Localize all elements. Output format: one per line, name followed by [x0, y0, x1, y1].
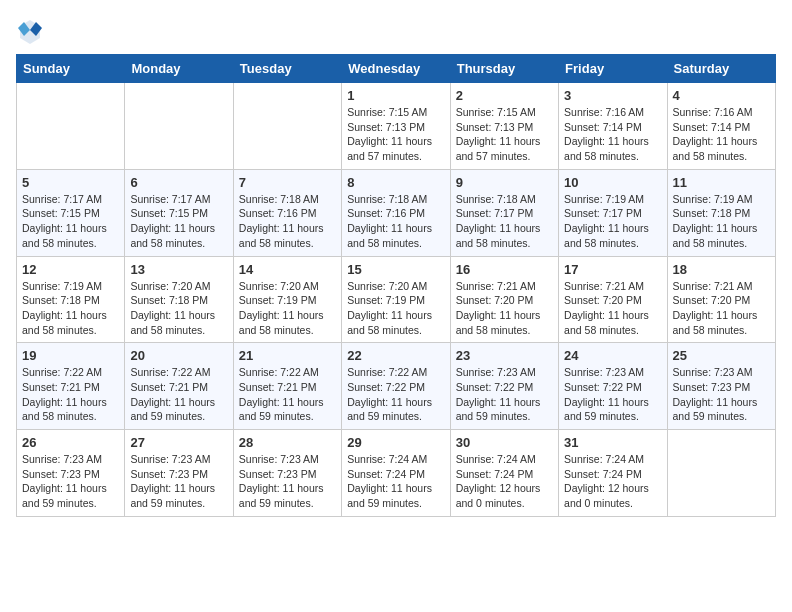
calendar-week-4: 19Sunrise: 7:22 AM Sunset: 7:21 PM Dayli… [17, 343, 776, 430]
day-number: 6 [130, 175, 227, 190]
calendar-week-2: 5Sunrise: 7:17 AM Sunset: 7:15 PM Daylig… [17, 169, 776, 256]
day-number: 1 [347, 88, 444, 103]
calendar-cell: 16Sunrise: 7:21 AM Sunset: 7:20 PM Dayli… [450, 256, 558, 343]
weekday-header-wednesday: Wednesday [342, 55, 450, 83]
day-info: Sunrise: 7:22 AM Sunset: 7:22 PM Dayligh… [347, 365, 444, 424]
day-number: 11 [673, 175, 770, 190]
day-number: 19 [22, 348, 119, 363]
day-number: 3 [564, 88, 661, 103]
day-number: 28 [239, 435, 336, 450]
calendar-cell: 11Sunrise: 7:19 AM Sunset: 7:18 PM Dayli… [667, 169, 775, 256]
day-number: 12 [22, 262, 119, 277]
logo [16, 16, 48, 44]
calendar-cell: 21Sunrise: 7:22 AM Sunset: 7:21 PM Dayli… [233, 343, 341, 430]
day-info: Sunrise: 7:19 AM Sunset: 7:18 PM Dayligh… [673, 192, 770, 251]
day-number: 15 [347, 262, 444, 277]
day-number: 5 [22, 175, 119, 190]
day-number: 21 [239, 348, 336, 363]
day-number: 14 [239, 262, 336, 277]
day-number: 13 [130, 262, 227, 277]
calendar-header-row: SundayMondayTuesdayWednesdayThursdayFrid… [17, 55, 776, 83]
day-number: 25 [673, 348, 770, 363]
calendar-cell [17, 83, 125, 170]
calendar-cell: 20Sunrise: 7:22 AM Sunset: 7:21 PM Dayli… [125, 343, 233, 430]
day-info: Sunrise: 7:18 AM Sunset: 7:17 PM Dayligh… [456, 192, 553, 251]
day-info: Sunrise: 7:19 AM Sunset: 7:18 PM Dayligh… [22, 279, 119, 338]
calendar-cell: 26Sunrise: 7:23 AM Sunset: 7:23 PM Dayli… [17, 430, 125, 517]
calendar-cell: 10Sunrise: 7:19 AM Sunset: 7:17 PM Dayli… [559, 169, 667, 256]
calendar-cell: 8Sunrise: 7:18 AM Sunset: 7:16 PM Daylig… [342, 169, 450, 256]
day-info: Sunrise: 7:24 AM Sunset: 7:24 PM Dayligh… [564, 452, 661, 511]
calendar-cell: 1Sunrise: 7:15 AM Sunset: 7:13 PM Daylig… [342, 83, 450, 170]
page-header [16, 16, 776, 44]
calendar-cell: 6Sunrise: 7:17 AM Sunset: 7:15 PM Daylig… [125, 169, 233, 256]
day-info: Sunrise: 7:20 AM Sunset: 7:19 PM Dayligh… [239, 279, 336, 338]
weekday-header-sunday: Sunday [17, 55, 125, 83]
day-number: 20 [130, 348, 227, 363]
day-number: 26 [22, 435, 119, 450]
day-info: Sunrise: 7:16 AM Sunset: 7:14 PM Dayligh… [564, 105, 661, 164]
calendar-week-3: 12Sunrise: 7:19 AM Sunset: 7:18 PM Dayli… [17, 256, 776, 343]
calendar-cell: 4Sunrise: 7:16 AM Sunset: 7:14 PM Daylig… [667, 83, 775, 170]
calendar-cell: 28Sunrise: 7:23 AM Sunset: 7:23 PM Dayli… [233, 430, 341, 517]
day-info: Sunrise: 7:15 AM Sunset: 7:13 PM Dayligh… [347, 105, 444, 164]
calendar-cell: 30Sunrise: 7:24 AM Sunset: 7:24 PM Dayli… [450, 430, 558, 517]
day-number: 7 [239, 175, 336, 190]
calendar-cell: 14Sunrise: 7:20 AM Sunset: 7:19 PM Dayli… [233, 256, 341, 343]
day-info: Sunrise: 7:23 AM Sunset: 7:23 PM Dayligh… [673, 365, 770, 424]
day-number: 2 [456, 88, 553, 103]
day-info: Sunrise: 7:21 AM Sunset: 7:20 PM Dayligh… [456, 279, 553, 338]
day-info: Sunrise: 7:20 AM Sunset: 7:19 PM Dayligh… [347, 279, 444, 338]
calendar-cell: 12Sunrise: 7:19 AM Sunset: 7:18 PM Dayli… [17, 256, 125, 343]
day-number: 27 [130, 435, 227, 450]
calendar-cell [667, 430, 775, 517]
day-number: 9 [456, 175, 553, 190]
day-number: 22 [347, 348, 444, 363]
calendar-cell: 3Sunrise: 7:16 AM Sunset: 7:14 PM Daylig… [559, 83, 667, 170]
day-number: 16 [456, 262, 553, 277]
day-info: Sunrise: 7:22 AM Sunset: 7:21 PM Dayligh… [239, 365, 336, 424]
calendar-cell: 25Sunrise: 7:23 AM Sunset: 7:23 PM Dayli… [667, 343, 775, 430]
day-info: Sunrise: 7:23 AM Sunset: 7:22 PM Dayligh… [564, 365, 661, 424]
day-number: 18 [673, 262, 770, 277]
calendar-cell: 9Sunrise: 7:18 AM Sunset: 7:17 PM Daylig… [450, 169, 558, 256]
day-number: 10 [564, 175, 661, 190]
calendar-cell: 29Sunrise: 7:24 AM Sunset: 7:24 PM Dayli… [342, 430, 450, 517]
logo-icon [16, 16, 44, 44]
calendar-cell: 13Sunrise: 7:20 AM Sunset: 7:18 PM Dayli… [125, 256, 233, 343]
day-info: Sunrise: 7:22 AM Sunset: 7:21 PM Dayligh… [130, 365, 227, 424]
calendar-cell: 19Sunrise: 7:22 AM Sunset: 7:21 PM Dayli… [17, 343, 125, 430]
day-info: Sunrise: 7:20 AM Sunset: 7:18 PM Dayligh… [130, 279, 227, 338]
weekday-header-monday: Monday [125, 55, 233, 83]
calendar-cell: 31Sunrise: 7:24 AM Sunset: 7:24 PM Dayli… [559, 430, 667, 517]
day-info: Sunrise: 7:18 AM Sunset: 7:16 PM Dayligh… [239, 192, 336, 251]
day-number: 4 [673, 88, 770, 103]
day-info: Sunrise: 7:21 AM Sunset: 7:20 PM Dayligh… [673, 279, 770, 338]
weekday-header-friday: Friday [559, 55, 667, 83]
day-number: 23 [456, 348, 553, 363]
weekday-header-tuesday: Tuesday [233, 55, 341, 83]
day-info: Sunrise: 7:19 AM Sunset: 7:17 PM Dayligh… [564, 192, 661, 251]
calendar-cell: 17Sunrise: 7:21 AM Sunset: 7:20 PM Dayli… [559, 256, 667, 343]
day-number: 8 [347, 175, 444, 190]
calendar-cell: 27Sunrise: 7:23 AM Sunset: 7:23 PM Dayli… [125, 430, 233, 517]
calendar-cell: 15Sunrise: 7:20 AM Sunset: 7:19 PM Dayli… [342, 256, 450, 343]
calendar-cell: 5Sunrise: 7:17 AM Sunset: 7:15 PM Daylig… [17, 169, 125, 256]
calendar-cell: 7Sunrise: 7:18 AM Sunset: 7:16 PM Daylig… [233, 169, 341, 256]
day-number: 24 [564, 348, 661, 363]
day-info: Sunrise: 7:17 AM Sunset: 7:15 PM Dayligh… [130, 192, 227, 251]
calendar-cell: 18Sunrise: 7:21 AM Sunset: 7:20 PM Dayli… [667, 256, 775, 343]
weekday-header-saturday: Saturday [667, 55, 775, 83]
calendar-cell [233, 83, 341, 170]
day-info: Sunrise: 7:21 AM Sunset: 7:20 PM Dayligh… [564, 279, 661, 338]
calendar-cell [125, 83, 233, 170]
day-info: Sunrise: 7:23 AM Sunset: 7:23 PM Dayligh… [22, 452, 119, 511]
day-info: Sunrise: 7:22 AM Sunset: 7:21 PM Dayligh… [22, 365, 119, 424]
day-number: 30 [456, 435, 553, 450]
calendar-cell: 22Sunrise: 7:22 AM Sunset: 7:22 PM Dayli… [342, 343, 450, 430]
calendar-week-1: 1Sunrise: 7:15 AM Sunset: 7:13 PM Daylig… [17, 83, 776, 170]
calendar-cell: 2Sunrise: 7:15 AM Sunset: 7:13 PM Daylig… [450, 83, 558, 170]
day-info: Sunrise: 7:18 AM Sunset: 7:16 PM Dayligh… [347, 192, 444, 251]
day-info: Sunrise: 7:15 AM Sunset: 7:13 PM Dayligh… [456, 105, 553, 164]
calendar-cell: 23Sunrise: 7:23 AM Sunset: 7:22 PM Dayli… [450, 343, 558, 430]
